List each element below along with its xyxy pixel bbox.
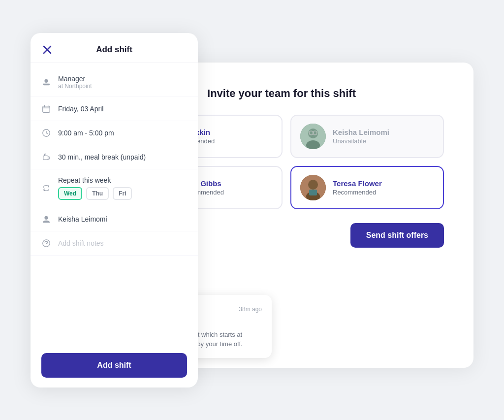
day-wed[interactable]: Wed (58, 187, 82, 200)
avatar-keisha (300, 124, 326, 149)
day-thu[interactable]: Thu (86, 187, 109, 200)
notif-time: 38m ago (239, 306, 262, 313)
send-shift-offers-button[interactable]: Send shift offers (350, 223, 444, 248)
date-label: Friday, 03 April (58, 105, 187, 113)
notes-row: Add shift notes (31, 231, 198, 256)
assignee-label: Keisha Leimomi (58, 215, 187, 223)
notes-placeholder[interactable]: Add shift notes (58, 239, 187, 247)
break-label: 30 min., meal break (unpaid) (58, 153, 187, 161)
break-content: 30 min., meal break (unpaid) (58, 153, 187, 161)
assignee-icon (41, 214, 51, 224)
repeat-icon (41, 183, 51, 193)
repeat-label: Repeat this week (58, 176, 187, 184)
coffee-icon (41, 152, 51, 162)
add-shift-panel: Add shift Manager at Northpoint (31, 33, 198, 388)
add-shift-button[interactable]: Add shift (41, 353, 187, 378)
svg-point-16 (308, 180, 318, 190)
notes-content: Add shift notes (58, 239, 187, 247)
date-row: Friday, 03 April (31, 97, 198, 121)
person-icon (41, 77, 51, 87)
notes-icon (41, 238, 51, 248)
day-tags: Wed Thu Fri (58, 187, 187, 200)
clock-icon (41, 128, 51, 138)
role-row: Manager at Northpoint (31, 68, 198, 97)
avatar-teresa (300, 175, 326, 200)
time-content: 9:00 am - 5:00 pm (58, 129, 187, 137)
repeat-row: Repeat this week Wed Thu Fri (31, 169, 198, 207)
close-button[interactable] (40, 43, 54, 57)
role-label: Manager (58, 75, 187, 83)
panel-title: Add shift (96, 45, 132, 55)
team-status-teresa: Recommended (333, 189, 382, 196)
time-row: 9:00 am - 5:00 pm (31, 121, 198, 145)
close-icon (43, 45, 52, 54)
team-name-keisha: Keisha Leimomi (333, 128, 389, 136)
date-content: Friday, 03 April (58, 105, 187, 113)
break-row: 30 min., meal break (unpaid) (31, 145, 198, 169)
repeat-content: Repeat this week Wed Thu Fri (58, 176, 187, 200)
team-card-teresa[interactable]: Teresa Flower Recommended (290, 166, 444, 209)
svg-rect-24 (43, 106, 50, 112)
panel-header: Add shift (31, 33, 198, 63)
role-content: Manager at Northpoint (58, 75, 187, 90)
day-fri[interactable]: Fri (113, 187, 132, 200)
calendar-icon (41, 104, 51, 114)
time-label: 9:00 am - 5:00 pm (58, 129, 187, 137)
assignee-row: Keisha Leimomi (31, 207, 198, 231)
svg-point-23 (44, 79, 48, 82)
svg-line-30 (46, 133, 48, 134)
team-name-teresa: Teresa Flower (333, 179, 382, 188)
team-info-keisha: Keisha Leimomi Unavailable (333, 128, 389, 145)
svg-rect-18 (309, 190, 317, 195)
role-location: at Northpoint (58, 83, 187, 90)
panel-footer: Add shift (31, 343, 198, 388)
svg-rect-22 (44, 84, 49, 85)
team-status-keisha: Unavailable (333, 137, 389, 145)
svg-point-35 (43, 239, 50, 246)
team-info-teresa: Teresa Flower Recommended (333, 179, 382, 196)
team-card-keisha[interactable]: Keisha Leimomi Unavailable (290, 115, 444, 158)
svg-rect-31 (43, 156, 48, 160)
svg-point-36 (46, 244, 46, 245)
panel-body: Manager at Northpoint Friday, 03 April (31, 63, 198, 343)
assignee-content: Keisha Leimomi (58, 215, 187, 223)
svg-point-34 (44, 216, 48, 219)
